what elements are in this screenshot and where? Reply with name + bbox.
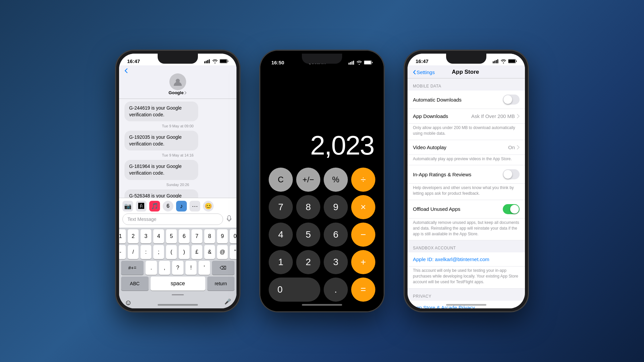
- key-3[interactable]: 3: [141, 229, 151, 243]
- calc-btn-2[interactable]: 2: [296, 250, 320, 274]
- message-timestamp: Tue 9 May at 09:00: [124, 124, 231, 128]
- apple-id-row[interactable]: Apple ID: axelkarl@btinternet.com: [408, 252, 525, 266]
- key-6[interactable]: 6: [179, 229, 190, 243]
- calc-btn-multiply[interactable]: ×: [351, 195, 375, 219]
- key-delete[interactable]: ⌫: [212, 261, 234, 275]
- calc-row-1: C +/− % ÷: [268, 168, 376, 192]
- key-space[interactable]: space: [151, 277, 205, 291]
- calc-btn-minus[interactable]: −: [351, 223, 375, 247]
- number-row: 1 2 3 4 5 6 7 8 9 0: [121, 229, 234, 243]
- emoji-hint: [172, 294, 184, 295]
- key-4[interactable]: 4: [153, 229, 164, 243]
- memoji-icon[interactable]: 😊: [203, 201, 214, 212]
- key-slash[interactable]: /: [128, 245, 139, 259]
- app-downloads-desc: Only allow apps under 200 MB to download…: [408, 124, 525, 140]
- calc-btn-clear[interactable]: C: [269, 168, 293, 192]
- key-question[interactable]: ?: [172, 261, 183, 275]
- home-indicator: [158, 304, 198, 306]
- calc-btn-4[interactable]: 4: [269, 223, 293, 247]
- avatar: [169, 73, 186, 90]
- calc-btn-3[interactable]: 3: [324, 250, 348, 274]
- appstore-icon[interactable]: 🅰: [136, 201, 147, 212]
- music-icon[interactable]: 🎵: [149, 201, 160, 212]
- settings-body: MOBILE DATA Automatic Downloads App Down…: [408, 78, 525, 308]
- key-semicolon[interactable]: ;: [153, 245, 164, 259]
- key-at[interactable]: @: [217, 245, 228, 259]
- mobile-data-section: MOBILE DATA: [408, 78, 525, 90]
- calc-btn-plus[interactable]: +: [351, 250, 375, 274]
- key-comma[interactable]: ,: [159, 261, 170, 275]
- phone-settings: 16:47: [404, 50, 528, 312]
- key-amp[interactable]: &: [204, 245, 215, 259]
- sandbox-section: SANDBOX ACCOUNT: [408, 240, 525, 252]
- battery-icon: [364, 60, 373, 65]
- calc-btn-6[interactable]: 6: [324, 223, 348, 247]
- message-input[interactable]: Text Message: [122, 214, 223, 225]
- emoji-key[interactable]: ☺: [124, 298, 132, 307]
- svg-rect-13: [364, 61, 371, 64]
- key-return[interactable]: return: [207, 277, 235, 291]
- calc-btn-decimal[interactable]: .: [324, 278, 348, 302]
- svg-rect-10: [352, 61, 353, 65]
- key-pound[interactable]: £: [192, 245, 202, 259]
- calc-btn-8[interactable]: 8: [296, 195, 320, 219]
- svg-rect-19: [508, 60, 515, 63]
- message-timestamp: Tue 9 May at 14:16: [124, 153, 231, 157]
- status-icons: [204, 59, 228, 63]
- svg-rect-14: [493, 61, 494, 63]
- inapp-ratings-toggle[interactable]: [503, 169, 520, 179]
- app-downloads-row[interactable]: App Downloads Ask If Over 200 MB: [408, 109, 525, 124]
- mic-key[interactable]: 🎤: [224, 298, 231, 307]
- key-paren-open[interactable]: (: [166, 245, 177, 259]
- key-period[interactable]: .: [146, 261, 157, 275]
- key-colon[interactable]: :: [141, 245, 151, 259]
- key-5[interactable]: 5: [166, 229, 177, 243]
- key-apostrophe[interactable]: ': [199, 261, 210, 275]
- svg-rect-2: [207, 60, 208, 63]
- mic-icon[interactable]: [225, 215, 233, 223]
- offload-apps-toggle[interactable]: [503, 204, 520, 214]
- back-settings-button[interactable]: Settings: [413, 69, 435, 75]
- message-bubble: G-181964 is your Google verification cod…: [124, 160, 198, 180]
- offload-apps-row: Offload Unused Apps: [408, 200, 525, 219]
- calc-btn-5[interactable]: 5: [296, 223, 320, 247]
- key-2[interactable]: 2: [128, 229, 139, 243]
- key-exclaim[interactable]: !: [185, 261, 197, 275]
- wifi-icon: [357, 61, 362, 65]
- key-dash[interactable]: -: [119, 245, 126, 259]
- key-quote[interactable]: ": [230, 245, 236, 259]
- calc-row-3: 4 5 6 −: [268, 223, 376, 247]
- key-7[interactable]: 7: [192, 229, 202, 243]
- more-icon[interactable]: ⋯: [190, 201, 200, 212]
- key-1[interactable]: 1: [119, 229, 126, 243]
- apple-id-link: Apple ID: axelkarl@btinternet.com: [413, 256, 489, 262]
- key-8[interactable]: 8: [204, 229, 215, 243]
- key-abc[interactable]: ABC: [121, 277, 149, 291]
- calc-btn-9[interactable]: 9: [324, 195, 348, 219]
- calc-btn-equals[interactable]: =: [351, 278, 375, 302]
- apple-id-desc: This account will only be used for testi…: [408, 266, 525, 288]
- calc-btn-7[interactable]: 7: [269, 195, 293, 219]
- signal-icon: [493, 59, 499, 63]
- key-9[interactable]: 9: [217, 229, 228, 243]
- camera-icon[interactable]: 📷: [122, 201, 133, 212]
- video-autoplay-row[interactable]: Video Autoplay On: [408, 140, 525, 155]
- chevron-icon: [517, 145, 520, 149]
- calc-row-2: 7 8 9 ×: [268, 195, 376, 219]
- key-hash[interactable]: #+=: [121, 261, 144, 275]
- messages-body: G-244619 is your Google verification cod…: [119, 99, 236, 198]
- calc-btn-plusminus[interactable]: +/−: [296, 168, 320, 192]
- shazam-icon[interactable]: ♪: [176, 201, 187, 212]
- svg-rect-1: [206, 61, 207, 63]
- offload-apps-desc: Automatically remove unused apps, but ke…: [408, 219, 525, 240]
- key-0[interactable]: 0: [230, 229, 236, 243]
- auto-downloads-toggle[interactable]: [503, 95, 520, 105]
- back-button[interactable]: [124, 68, 128, 73]
- calc-btn-percent[interactable]: %: [324, 168, 348, 192]
- space-row: ABC space return: [121, 277, 234, 291]
- key-paren-close[interactable]: ): [179, 245, 190, 259]
- calc-btn-divide[interactable]: ÷: [351, 168, 375, 192]
- calc-btn-1[interactable]: 1: [269, 250, 293, 274]
- calc-buttons: C +/− % ÷ 7 8 9 × 4 5 6 −: [263, 168, 381, 308]
- calc-btn-0[interactable]: 0: [269, 278, 320, 302]
